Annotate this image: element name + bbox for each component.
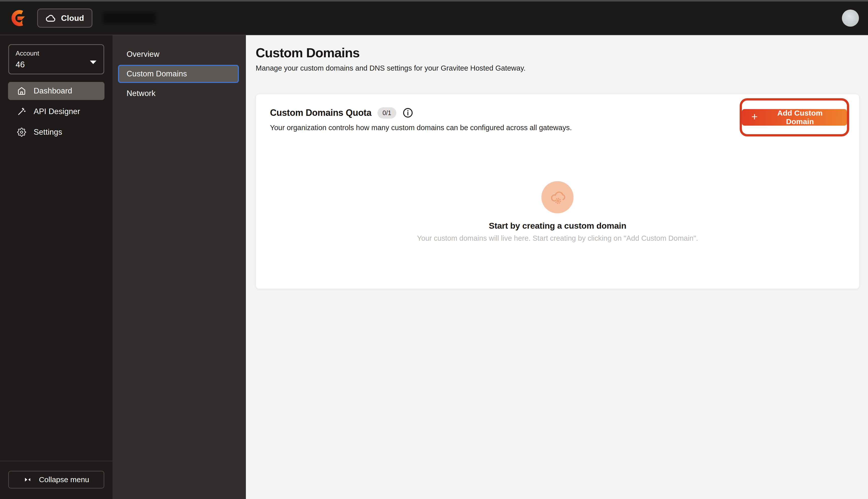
sidebar-spacer [0,141,112,461]
cloud-gear-icon [548,188,567,206]
body-row: Account 46 Dashboard [0,35,868,499]
add-custom-domain-label: Add Custom Domain [763,109,838,126]
sidebar-item-label: Dashboard [34,86,72,96]
account-selector-value: 46 [15,60,97,69]
gear-icon [17,127,26,137]
subnav-item-label: Custom Domains [127,69,187,78]
subnav-item-label: Overview [127,50,160,59]
subnav-item-overview[interactable]: Overview [118,45,239,63]
page-subtitle: Manage your custom domains and DNS setti… [256,63,859,73]
subnav-item-label: Network [127,89,156,98]
primary-sidebar: Account 46 Dashboard [0,35,112,499]
empty-state-title: Start by creating a custom domain [489,221,626,231]
cloud-icon [46,14,57,22]
sidebar-item-dashboard[interactable]: Dashboard [8,82,104,100]
sidebar-divider [0,461,112,461]
gravitee-logo-icon [10,10,26,26]
gravitee-cloud-app: Cloud Account 46 Das [0,0,868,499]
page-title: Custom Domains [256,46,859,60]
collapse-menu-button[interactable]: Collapse menu [8,471,104,488]
main-content: Custom Domains Manage your custom domain… [246,35,868,499]
secondary-nav: Overview Custom Domains Network [112,35,246,499]
wand-icon [17,107,26,116]
account-selector-label: Account [15,49,97,57]
empty-state-description: Your custom domains will live here. Star… [417,234,698,242]
info-icon[interactable] [402,107,413,118]
empty-state: Start by creating a custom domain Your c… [417,181,698,242]
home-icon [17,86,26,96]
redacted-text [103,12,156,24]
plus-icon: + [752,112,758,122]
chevron-down-icon [90,61,97,64]
quota-title: Custom Domains Quota [270,108,371,118]
sidebar-item-settings[interactable]: Settings [8,123,104,141]
subnav-item-custom-domains[interactable]: Custom Domains [118,65,239,83]
annotation-highlight-ring: + Add Custom Domain [740,98,849,136]
custom-domains-card: Custom Domains Quota 0/1 Your organizati… [256,94,859,289]
subnav-item-network[interactable]: Network [118,84,239,102]
sidebar-nav: Dashboard API Designer [0,82,112,141]
top-bar: Cloud [0,1,868,35]
cloud-product-switcher[interactable]: Cloud [37,9,92,28]
collapse-icon [23,477,32,482]
user-avatar[interactable] [842,10,859,27]
collapse-menu-label: Collapse menu [39,475,89,484]
sidebar-item-api-designer[interactable]: API Designer [8,102,104,121]
quota-badge: 0/1 [377,107,396,119]
account-selector[interactable]: Account 46 [8,44,104,74]
empty-state-badge [542,181,574,213]
product-label: Cloud [61,14,84,23]
sidebar-item-label: Settings [34,127,62,137]
sidebar-item-label: API Designer [34,107,80,116]
add-custom-domain-button[interactable]: + Add Custom Domain [742,109,847,126]
